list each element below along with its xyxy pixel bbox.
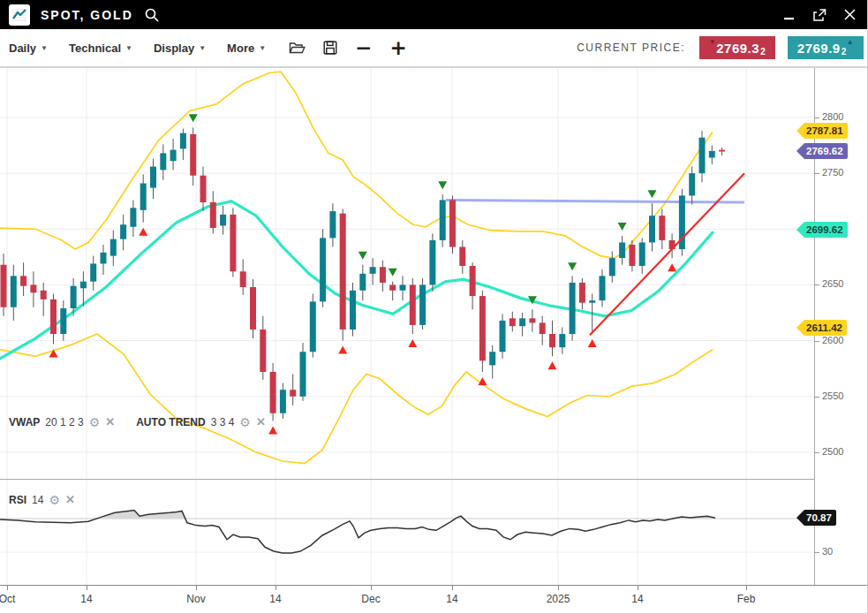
candle-body: [549, 334, 555, 347]
candle-body: [459, 247, 465, 266]
candle-body: [30, 284, 36, 292]
auto-trend-label: AUTO TREND: [136, 416, 205, 428]
time-tick-label: Feb: [737, 593, 756, 605]
zoom-out-button[interactable]: −: [355, 39, 372, 57]
price-tag: 2769.62: [796, 143, 848, 159]
price-tick-label: 2750: [822, 167, 843, 178]
time-tick: [452, 586, 453, 590]
candle-body: [639, 242, 645, 266]
candle-body: [320, 238, 326, 301]
close-icon[interactable]: ✕: [105, 415, 115, 428]
chevron-down-icon: ▼: [199, 44, 206, 52]
candle-body: [719, 150, 725, 152]
title-bar: SPOT, GOLD: [0, 0, 868, 29]
candle-body: [150, 167, 156, 188]
price-tag-value: 2787.81: [804, 123, 848, 139]
candle-body: [400, 284, 406, 290]
candle-body: [280, 390, 286, 413]
candle-body: [709, 151, 715, 158]
bollinger-upper-band: [0, 72, 713, 258]
ask-price-badge: 2769.92 ▲: [788, 36, 864, 59]
price-tag-arrow: [796, 320, 804, 336]
bid-price-badge: ▼ 2769.32: [699, 36, 775, 59]
rsi-overbought-fill: [0, 511, 715, 553]
chevron-down-icon: ▼: [41, 44, 48, 52]
bid-price-pip: 2: [760, 47, 766, 57]
price-tag: 70.87: [796, 510, 836, 526]
technical-menu-label: Technical: [69, 42, 121, 55]
time-axis[interactable]: Oct14Nov14Dec14202514Feb: [0, 585, 868, 614]
price-tick: [814, 452, 819, 453]
time-tick-label: Oct: [0, 593, 15, 605]
time-tick-label: 14: [80, 593, 92, 605]
auto-trend-line[interactable]: [590, 173, 744, 335]
price-tag-value: 2769.62: [804, 143, 848, 159]
candle-body: [689, 173, 695, 195]
candle-body: [350, 291, 356, 330]
zoom-in-button[interactable]: +: [389, 39, 406, 57]
candle-body: [699, 138, 706, 173]
candle-body: [1, 265, 7, 307]
more-menu[interactable]: More ▼: [227, 42, 266, 55]
price-tag-arrow: [796, 123, 804, 139]
gear-icon[interactable]: ⚙: [49, 495, 60, 505]
timeframe-menu-label: Daily: [9, 42, 36, 55]
price-tick: [814, 117, 819, 118]
panel-divider[interactable]: [0, 479, 814, 480]
price-tag-arrow: [796, 222, 804, 238]
open-folder-icon[interactable]: [289, 42, 306, 55]
minimize-button[interactable]: [781, 7, 797, 23]
candle-body: [359, 274, 366, 291]
candle-body: [629, 245, 635, 266]
candle-body: [310, 301, 316, 352]
candle-body: [210, 202, 216, 228]
candle-body: [20, 276, 26, 285]
candle-body: [370, 267, 376, 274]
sell-signal-icon: [648, 190, 657, 198]
candle-body: [120, 224, 126, 239]
current-price-label: CURRENT PRICE:: [577, 42, 685, 54]
search-icon[interactable]: [144, 7, 160, 23]
bid-price-value: 2769.3: [716, 41, 759, 56]
rsi-tick-label: 30: [822, 546, 833, 557]
rsi-params: 14: [32, 494, 43, 506]
price-tick: [814, 173, 819, 174]
price-tag-value: 70.87: [804, 510, 836, 526]
technical-menu[interactable]: Technical ▼: [69, 42, 132, 55]
candle-body: [80, 282, 87, 289]
resistance-line[interactable]: [446, 200, 744, 202]
sell-signal-icon: [438, 181, 447, 189]
time-tick: [196, 586, 197, 590]
price-tag-value: 2699.62: [804, 222, 848, 238]
display-menu[interactable]: Display ▼: [154, 42, 206, 55]
close-icon[interactable]: ✕: [65, 493, 75, 506]
candle-body: [489, 352, 495, 365]
candle-body: [509, 318, 516, 326]
save-icon[interactable]: [323, 41, 337, 55]
close-icon[interactable]: ✕: [256, 415, 266, 428]
popout-button[interactable]: [811, 7, 827, 23]
rsi-chart-canvas[interactable]: [0, 480, 814, 585]
candle-body: [290, 390, 296, 397]
sell-signal-icon: [359, 252, 367, 260]
arrow-down-icon: ▼: [709, 38, 716, 46]
buy-signal-icon: [268, 427, 277, 435]
candle-body: [101, 253, 107, 264]
gear-icon[interactable]: ⚙: [89, 417, 101, 428]
candle-body: [190, 134, 196, 176]
time-tick-label: 14: [269, 593, 281, 605]
candle-body: [260, 330, 266, 372]
time-tick-label: 14: [446, 593, 457, 605]
candle-body: [220, 215, 226, 226]
gear-icon[interactable]: ⚙: [239, 417, 251, 428]
candle-body: [600, 276, 606, 300]
timeframe-menu[interactable]: Daily ▼: [9, 42, 48, 55]
candle-body: [429, 240, 435, 285]
ask-price-pip: 2: [842, 47, 847, 57]
candle-body: [71, 286, 77, 308]
candle-body: [589, 300, 595, 303]
close-icon[interactable]: [842, 7, 857, 23]
time-tick: [558, 586, 559, 590]
sell-signal-icon: [568, 262, 577, 270]
candle-body: [329, 211, 336, 238]
